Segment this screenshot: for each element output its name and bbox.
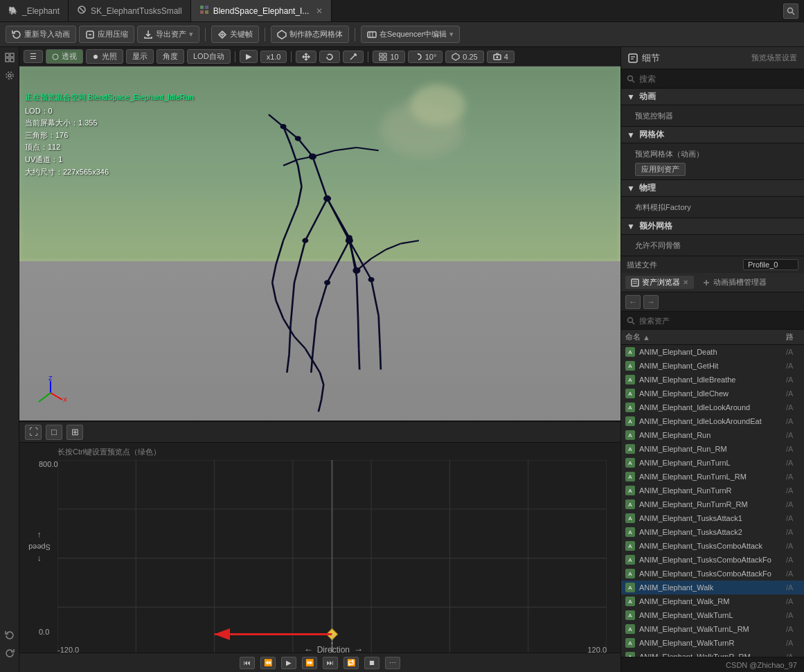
asset-item[interactable]: AANIM_Elephant_TusksComboAttackFo/A bbox=[621, 567, 804, 581]
add-keyframe-btn[interactable]: 关键帧 bbox=[211, 26, 259, 43]
vp-lighting-btn[interactable]: 光照 bbox=[86, 49, 123, 64]
vp-rotation-snap-btn[interactable]: 10° bbox=[408, 51, 443, 63]
details-search-input[interactable] bbox=[639, 74, 798, 84]
vp-perspective-btn[interactable]: 透视 bbox=[46, 49, 83, 64]
apply-asset-btn[interactable]: 应用到资产 bbox=[635, 163, 686, 176]
asset-item[interactable]: AANIM_Elephant_WalkTurnR/A bbox=[621, 636, 804, 650]
vp-play-btn[interactable]: ▶ bbox=[240, 50, 258, 63]
asset-item[interactable]: AANIM_Elephant_Walk/A bbox=[621, 581, 804, 594]
pb-play-btn[interactable]: ▶ bbox=[281, 657, 296, 669]
col-name-header: 命名 ▲ bbox=[625, 332, 786, 342]
vp-grid-btn[interactable]: 10 bbox=[373, 51, 404, 63]
reimport-btn[interactable]: 重新导入动画 bbox=[6, 26, 76, 43]
pb-step-back-btn[interactable]: ⏪ bbox=[260, 657, 276, 669]
asset-search-input[interactable] bbox=[639, 317, 798, 325]
asset-icon: A bbox=[625, 389, 635, 398]
asset-item[interactable]: AANIM_Elephant_RunTurnR/A bbox=[621, 484, 804, 497]
asset-search bbox=[621, 312, 804, 330]
asset-item[interactable]: AANIM_Elephant_IdleChew/A bbox=[621, 387, 804, 400]
asset-item[interactable]: AANIM_Elephant_TusksAttack2/A bbox=[621, 525, 804, 539]
asset-item[interactable]: AANIM_Elephant_WalkTurnL_RM/A bbox=[621, 622, 804, 636]
pb-loop-btn[interactable]: 🔁 bbox=[343, 657, 359, 669]
svg-rect-2 bbox=[200, 6, 204, 9]
asset-item[interactable]: AANIM_Elephant_Run_RM/A bbox=[621, 442, 804, 456]
asset-browser-tab[interactable]: 资产浏览器 ✕ bbox=[625, 276, 694, 289]
sidebar-icon-undo[interactable] bbox=[2, 628, 17, 643]
asset-item[interactable]: AANIM_Elephant_IdleLookAround/A bbox=[621, 400, 804, 414]
asset-item[interactable]: AANIM_Elephant_TusksComboAttack/A bbox=[621, 539, 804, 553]
ed-fullscreen-btn[interactable]: ⛶ bbox=[25, 425, 42, 440]
asset-item[interactable]: AANIM_Elephant_TusksAttack1/A bbox=[621, 511, 804, 525]
description-file-row: 描述文件 Profile_0 bbox=[621, 256, 804, 273]
asset-item[interactable]: AANIM_Elephant_WalkTurnL/A bbox=[621, 608, 804, 622]
export-asset-btn[interactable]: 导出资产 ▾ bbox=[137, 26, 199, 43]
asset-item[interactable]: AANIM_Elephant_IdleBreathe/A bbox=[621, 373, 804, 387]
vp-rotate-btn[interactable] bbox=[319, 51, 340, 63]
search-toggle-btn[interactable] bbox=[783, 3, 798, 19]
tab-tusks[interactable]: SK_ElephantTusksSmall bbox=[69, 0, 191, 21]
sidebar-icon-settings[interactable] bbox=[2, 68, 17, 83]
vp-speed-btn[interactable]: x1.0 bbox=[260, 51, 287, 63]
blendspace-tab-close[interactable]: ✕ bbox=[316, 6, 323, 16]
vp-angle-btn[interactable]: 角度 bbox=[157, 49, 184, 64]
ed-fit-btn[interactable]: □ bbox=[46, 425, 62, 440]
preview-mesh-row: 预览网格体（动画） bbox=[621, 146, 804, 161]
left-sidebar bbox=[0, 47, 19, 672]
asset-item[interactable]: AANIM_Elephant_Walk_RM/A bbox=[621, 594, 804, 608]
pb-next-btn[interactable]: ⏭ bbox=[323, 657, 338, 669]
pb-step-fwd-btn[interactable]: ⏩ bbox=[302, 657, 317, 669]
vp-camera-btn[interactable]: 4 bbox=[487, 51, 515, 63]
svg-line-38 bbox=[312, 157, 327, 199]
svg-line-85 bbox=[357, 148, 379, 150]
asset-item[interactable]: AANIM_Elephant_IdleLookAroundEat/A bbox=[621, 414, 804, 428]
asset-path: /A bbox=[786, 417, 800, 425]
section-animation[interactable]: ▼ 动画 bbox=[621, 89, 804, 105]
svg-line-1 bbox=[80, 8, 84, 12]
section-mesh[interactable]: ▼ 网格体 bbox=[621, 127, 804, 143]
vp-scale-btn[interactable] bbox=[343, 51, 364, 63]
asset-item[interactable]: AANIM_Elephant_Death/A bbox=[621, 345, 804, 359]
create-static-mesh-btn[interactable]: 制作静态网格体 bbox=[271, 26, 349, 43]
nav-fwd-btn[interactable]: → bbox=[643, 295, 659, 309]
blendspace-grid bbox=[57, 460, 607, 656]
anim-slot-manager-tab[interactable]: 动画插槽管理器 bbox=[697, 276, 772, 289]
sidebar-icon-redo[interactable] bbox=[2, 646, 17, 661]
svg-line-49 bbox=[283, 222, 291, 240]
y-axis-label: ↑ Speed ↓ bbox=[28, 531, 51, 564]
tab-elephant[interactable]: 🐘 _Elephant bbox=[0, 0, 69, 21]
pb-more-btn[interactable]: ⋯ bbox=[385, 657, 400, 669]
tab-blendspace[interactable]: BlendSpace_Elephant_I... ✕ bbox=[191, 0, 332, 21]
sidebar-icon-grid[interactable] bbox=[2, 50, 17, 65]
svg-line-54 bbox=[283, 319, 294, 337]
asset-icon: A bbox=[625, 444, 635, 454]
axis-gizmo: Z X bbox=[33, 375, 68, 412]
edit-in-sequencer-btn[interactable]: 在Sequencer中编辑 ▾ bbox=[361, 26, 460, 43]
vp-show-btn[interactable]: 显示 bbox=[126, 49, 154, 64]
ed-zoom-btn[interactable]: ⊞ bbox=[66, 425, 83, 440]
vp-move-btn[interactable] bbox=[296, 51, 316, 63]
vp-lod-btn[interactable]: LOD自动 bbox=[187, 49, 231, 64]
asset-item[interactable]: AANIM_Elephant_RunTurnL/A bbox=[621, 456, 804, 470]
anim-collapse-icon: ▼ bbox=[627, 92, 635, 102]
asset-name: ANIM_Elephant_RunTurnL_RM bbox=[639, 472, 782, 481]
pb-stop-btn[interactable]: ⏹ bbox=[364, 657, 379, 669]
vp-menu-btn[interactable]: ☰ bbox=[24, 50, 43, 63]
asset-item[interactable]: AANIM_Elephant_Run/A bbox=[621, 428, 804, 442]
asset-icon: A bbox=[625, 569, 635, 578]
asset-item[interactable]: AANIM_Elephant_TusksComboAttackFo/A bbox=[621, 553, 804, 567]
section-extra-mesh[interactable]: ▼ 额外网格 bbox=[621, 218, 804, 235]
apply-compression-btn[interactable]: 应用压缩 bbox=[79, 26, 134, 43]
svg-line-66 bbox=[328, 199, 350, 238]
asset-item[interactable]: AANIM_Elephant_WalkTurnR_RM/A bbox=[621, 650, 804, 657]
nav-back-btn[interactable]: ← bbox=[625, 295, 641, 309]
vp-scale-snap-btn[interactable]: 0.25 bbox=[445, 51, 483, 63]
asset-item[interactable]: AANIM_Elephant_RunTurnR_RM/A bbox=[621, 497, 804, 511]
asset-icon: A bbox=[625, 486, 635, 495]
preview-scene-btn[interactable]: 预览场景设置 bbox=[751, 53, 797, 63]
asset-list[interactable]: AANIM_Elephant_Death/AAANIM_Elephant_Get… bbox=[621, 345, 804, 657]
section-physics[interactable]: ▼ 物理 bbox=[621, 180, 804, 197]
asset-item[interactable]: AANIM_Elephant_GetHit/A bbox=[621, 359, 804, 373]
asset-browser-close[interactable]: ✕ bbox=[683, 278, 688, 286]
pb-prev-btn[interactable]: ⏮ bbox=[240, 657, 255, 669]
asset-item[interactable]: AANIM_Elephant_RunTurnL_RM/A bbox=[621, 470, 804, 484]
